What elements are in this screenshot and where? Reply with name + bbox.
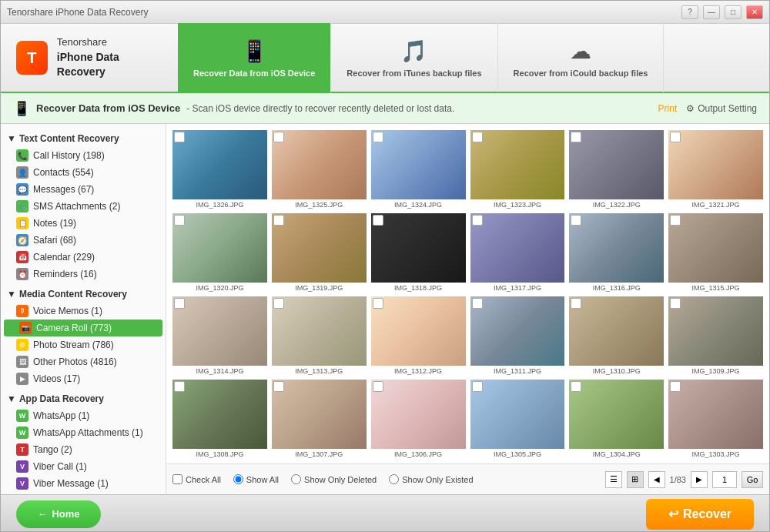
show-existed-input[interactable] xyxy=(389,474,399,484)
photo-item[interactable]: IMG_1307.JPG xyxy=(272,380,367,458)
sidebar-item-reminders[interactable]: ⏰ Reminders (16) xyxy=(1,266,166,283)
show-all-radio[interactable]: Show All xyxy=(233,474,279,484)
sidebar-item-other-photos[interactable]: 🖼 Other Photos (4816) xyxy=(1,353,166,370)
photo-item[interactable]: IMG_1326.JPG xyxy=(172,130,267,209)
photo-checkbox[interactable] xyxy=(571,298,581,309)
show-existed-radio[interactable]: Show Only Existed xyxy=(389,474,473,484)
photo-filename: IMG_1322.JPG xyxy=(569,201,664,209)
photo-checkbox[interactable] xyxy=(273,298,284,309)
show-all-input[interactable] xyxy=(233,474,243,484)
sidebar-item-whatsapp[interactable]: W WhatsApp (1) xyxy=(1,407,166,424)
sidebar-item-voice-memos[interactable]: 🎙 Voice Memos (1) xyxy=(1,303,166,320)
photo-checkbox[interactable] xyxy=(373,381,383,392)
photo-item[interactable]: IMG_1311.JPG xyxy=(470,296,565,375)
sidebar-item-camera-roll[interactable]: 📷 Camera Roll (773) xyxy=(4,320,162,336)
section-app-data[interactable]: ▼ App Data Recovery xyxy=(1,390,166,407)
maximize-button[interactable]: □ xyxy=(725,5,742,19)
tab-itunes[interactable]: 🎵 Recover from iTunes backup files xyxy=(331,23,497,92)
print-link[interactable]: Print xyxy=(658,103,678,114)
home-button[interactable]: ← Home xyxy=(16,500,101,528)
photo-item[interactable]: IMG_1305.JPG xyxy=(470,380,565,458)
next-page-button[interactable]: ▶ xyxy=(691,471,708,488)
photo-item[interactable]: IMG_1308.JPG xyxy=(172,380,267,458)
minimize-button[interactable]: — xyxy=(703,5,720,19)
prev-page-button[interactable]: ◀ xyxy=(648,471,665,488)
photo-checkbox[interactable] xyxy=(670,381,681,392)
sidebar-item-viber-call[interactable]: V Viber Call (1) xyxy=(1,458,166,475)
photo-checkbox[interactable] xyxy=(373,132,383,142)
photo-item[interactable]: IMG_1303.JPG xyxy=(668,380,763,458)
sidebar-item-notes[interactable]: 📋 Notes (19) xyxy=(1,215,166,232)
photo-checkbox[interactable] xyxy=(373,298,383,309)
photo-item[interactable]: IMG_1313.JPG xyxy=(272,296,367,375)
photo-checkbox[interactable] xyxy=(571,215,581,226)
check-all-checkbox[interactable] xyxy=(172,474,182,484)
photo-checkbox[interactable] xyxy=(472,381,483,392)
sidebar-item-call-history[interactable]: 📞 Call History (198) xyxy=(1,147,166,164)
close-button[interactable]: ✕ xyxy=(746,5,763,19)
photo-checkbox[interactable] xyxy=(174,215,185,226)
sidebar-item-messages[interactable]: 💬 Messages (67) xyxy=(1,181,166,198)
photo-item[interactable]: IMG_1318.JPG xyxy=(371,213,466,292)
safari-icon: 🧭 xyxy=(16,234,28,246)
sidebar-item-viber-message[interactable]: V Viber Message (1) xyxy=(1,475,166,492)
photo-item[interactable]: IMG_1310.JPG xyxy=(569,296,664,375)
sidebar-item-contacts[interactable]: 👤 Contacts (554) xyxy=(1,164,166,181)
item-label: Viber Message (1) xyxy=(33,478,109,489)
photo-item[interactable]: IMG_1325.JPG xyxy=(272,130,367,209)
show-deleted-radio[interactable]: Show Only Deleted xyxy=(291,474,377,484)
photo-filename: IMG_1313.JPG xyxy=(272,367,367,375)
photo-item[interactable]: IMG_1319.JPG xyxy=(272,213,367,292)
photo-checkbox[interactable] xyxy=(373,215,383,226)
recover-button[interactable]: ↩ Recover xyxy=(646,499,754,530)
sidebar-item-tango[interactable]: T Tango (2) xyxy=(1,441,166,458)
photo-checkbox[interactable] xyxy=(472,132,483,142)
section-media-content[interactable]: ▼ Media Content Recovery xyxy=(1,286,166,303)
photo-item[interactable]: IMG_1323.JPG xyxy=(470,130,565,209)
photo-item[interactable]: IMG_1315.JPG xyxy=(668,213,763,292)
tab-ios-device[interactable]: 📱 Recover Data from iOS Device xyxy=(178,23,331,92)
sidebar-item-whatsapp-attach[interactable]: W WhatsApp Attachments (1) xyxy=(1,424,166,441)
photo-checkbox[interactable] xyxy=(670,298,681,309)
photo-item[interactable]: IMG_1320.JPG xyxy=(172,213,267,292)
photo-checkbox[interactable] xyxy=(273,132,284,142)
photo-checkbox[interactable] xyxy=(174,381,185,392)
photo-item[interactable]: IMG_1321.JPG xyxy=(668,130,763,209)
section-text-content[interactable]: ▼ Text Content Recovery xyxy=(1,130,166,147)
sidebar-item-calendar[interactable]: 📅 Calendar (229) xyxy=(1,249,166,266)
photo-checkbox[interactable] xyxy=(472,298,483,309)
photo-item[interactable]: IMG_1309.JPG xyxy=(668,296,763,375)
photo-item[interactable]: IMG_1316.JPG xyxy=(569,213,664,292)
show-deleted-input[interactable] xyxy=(291,474,301,484)
grid-view-button[interactable]: ⊞ xyxy=(627,471,644,488)
photo-checkbox[interactable] xyxy=(571,132,581,142)
photo-checkbox[interactable] xyxy=(571,381,581,392)
photo-item[interactable]: IMG_1317.JPG xyxy=(470,213,565,292)
list-view-button[interactable]: ☰ xyxy=(605,471,622,488)
tab-icloud[interactable]: ☁ Recover from iCould backup files xyxy=(498,23,665,92)
photo-checkbox[interactable] xyxy=(670,215,681,226)
go-button[interactable]: Go xyxy=(742,471,763,488)
photo-checkbox[interactable] xyxy=(273,381,284,392)
photo-checkbox[interactable] xyxy=(472,215,483,226)
output-setting-button[interactable]: ⚙ Output Setting xyxy=(686,103,757,114)
photo-item[interactable]: IMG_1304.JPG xyxy=(569,380,664,458)
check-all-label[interactable]: Check All xyxy=(172,474,221,484)
photo-item[interactable]: IMG_1306.JPG xyxy=(371,380,466,458)
photo-item[interactable]: IMG_1324.JPG xyxy=(371,130,466,209)
photo-checkbox[interactable] xyxy=(174,132,185,142)
photo-item[interactable]: IMG_1314.JPG xyxy=(172,296,267,375)
photo-checkbox[interactable] xyxy=(273,215,284,226)
photo-item[interactable]: IMG_1312.JPG xyxy=(371,296,466,375)
page-number-input[interactable] xyxy=(712,471,737,488)
sidebar: ▼ Text Content Recovery 📞 Call History (… xyxy=(1,124,166,494)
photo-item[interactable]: IMG_1322.JPG xyxy=(569,130,664,209)
sidebar-item-sms-attachments[interactable]: 📎 SMS Attachments (2) xyxy=(1,198,166,215)
help-button[interactable]: ? xyxy=(681,5,698,19)
sidebar-item-photo-stream[interactable]: ⚙ Photo Stream (786) xyxy=(1,336,166,353)
sidebar-item-videos[interactable]: ▶ Videos (17) xyxy=(1,370,166,387)
calendar-icon: 📅 xyxy=(16,251,28,263)
sidebar-item-safari[interactable]: 🧭 Safari (68) xyxy=(1,232,166,249)
photo-checkbox[interactable] xyxy=(174,298,185,309)
photo-checkbox[interactable] xyxy=(670,132,681,142)
